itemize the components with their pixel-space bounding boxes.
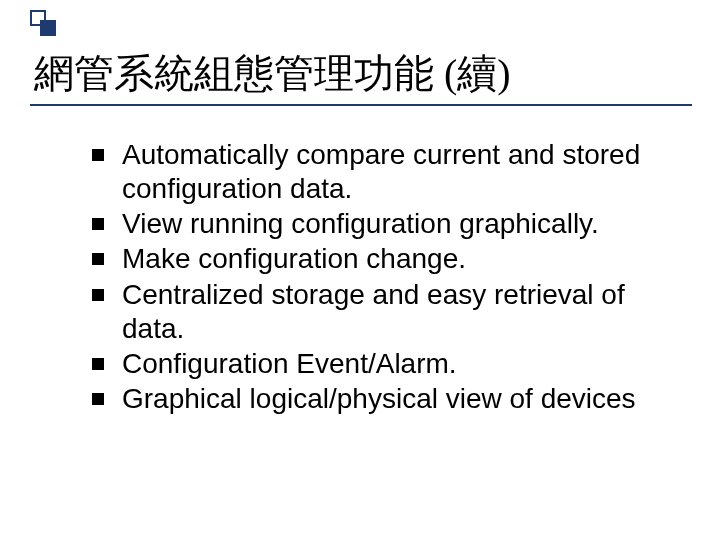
- list-item-text: Automatically compare current and stored…: [122, 139, 640, 204]
- list-item-text: Make configuration change.: [122, 243, 466, 274]
- list-item-text: Graphical logical/physical view of devic…: [122, 383, 636, 414]
- square-bullet-icon: [92, 289, 104, 301]
- corner-decoration: [30, 10, 60, 44]
- list-item-text: Configuration Event/Alarm.: [122, 348, 457, 379]
- square-bullet-icon: [92, 149, 104, 161]
- list-item: Make configuration change.: [92, 242, 680, 276]
- list-item-text: Centralized storage and easy retrieval o…: [122, 279, 625, 344]
- list-item: Automatically compare current and stored…: [92, 138, 680, 206]
- square-bullet-icon: [92, 218, 104, 230]
- list-item: Centralized storage and easy retrieval o…: [92, 278, 680, 346]
- square-bullet-icon: [92, 358, 104, 370]
- list-item-text: View running configuration graphically.: [122, 208, 599, 239]
- square-bullet-icon: [92, 393, 104, 405]
- bullet-list: Automatically compare current and stored…: [92, 138, 680, 417]
- list-item: View running configuration graphically.: [92, 207, 680, 241]
- square-solid-icon: [40, 20, 56, 36]
- title-underline: [30, 104, 692, 106]
- list-item: Graphical logical/physical view of devic…: [92, 382, 680, 416]
- list-item: Configuration Event/Alarm.: [92, 347, 680, 381]
- square-bullet-icon: [92, 253, 104, 265]
- slide: 網管系統組態管理功能 (續) Automatically compare cur…: [0, 0, 720, 540]
- slide-title: 網管系統組態管理功能 (續): [34, 46, 511, 101]
